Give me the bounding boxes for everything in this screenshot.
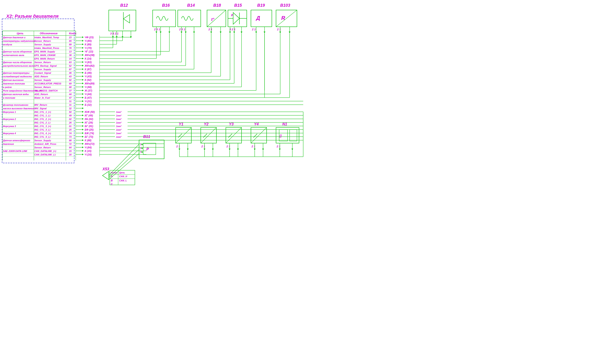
- svg-text:EPS_MAIN_Return: EPS_MAIN_Return: [34, 57, 55, 60]
- svg-text:Дозатор топливного: Дозатор топливного: [3, 104, 28, 106]
- svg-marker-153: [82, 54, 84, 56]
- svg-text:К  (92): К (92): [85, 78, 91, 81]
- svg-text:Y1: Y1: [179, 122, 183, 126]
- svg-text:B16: B16: [162, 3, 170, 8]
- svg-text:БГ (01): БГ (01): [85, 125, 93, 128]
- diagram-container: X2: Разъем двигателя Цепь Обозначение Ко…: [0, 0, 597, 364]
- svg-text:23: 23: [69, 36, 71, 39]
- svg-marker-260: [169, 31, 170, 33]
- svg-text:B103: B103: [280, 3, 290, 8]
- svg-text:ЮЖ (50): ЮЖ (50): [85, 110, 95, 114]
- svg-text:Sensor_Supply: Sensor_Supply: [34, 43, 51, 46]
- svg-text:КГ (26): КГ (26): [85, 121, 93, 124]
- svg-text:Б  (46): Б (46): [85, 71, 92, 74]
- svg-marker-162: [82, 65, 84, 66]
- svg-text:температуры надувочного: температуры надувочного: [3, 40, 35, 42]
- svg-marker-171: [82, 75, 84, 77]
- svg-text:87: 87: [69, 68, 72, 71]
- svg-text:65: 65: [69, 40, 72, 42]
- svg-text:1мм²: 1мм²: [116, 132, 121, 135]
- svg-text:ЖКч(38): ЖКч(38): [85, 54, 94, 57]
- svg-text:ЖКч(69): ЖКч(69): [85, 82, 94, 85]
- svg-text:1мм²: 1мм²: [116, 125, 121, 127]
- svg-text:в топливе: в топливе: [3, 97, 15, 99]
- svg-rect-2: [2, 31, 76, 36]
- svg-marker-437: [254, 148, 256, 150]
- svg-rect-239: [109, 10, 136, 31]
- svg-text:37: 37: [69, 89, 72, 92]
- svg-marker-299: [255, 31, 257, 33]
- svg-text:43: 43: [69, 75, 71, 78]
- svg-text:1мм²: 1мм²: [116, 111, 121, 113]
- svg-text:47: 47: [69, 97, 72, 99]
- svg-marker-278: [220, 31, 221, 33]
- svg-text:69: 69: [69, 82, 72, 85]
- svg-text:CAN_DATALINK_(-): CAN_DATALINK_(-): [34, 153, 56, 156]
- svg-text:Форсунка 1: Форсунка 1: [3, 111, 16, 113]
- svg-text:3  2  1: 3 2 1: [229, 28, 236, 31]
- svg-line-400: [109, 144, 139, 176]
- svg-text:Sensor_Supply: Sensor_Supply: [34, 68, 51, 71]
- svg-marker-291: [233, 31, 235, 33]
- svg-marker-200: [82, 111, 84, 113]
- svg-text:EPS_MAIN_CRANK: EPS_MAIN_CRANK: [34, 54, 56, 56]
- svg-text:B19: B19: [257, 3, 265, 8]
- svg-text:БЖ (74): БЖ (74): [85, 132, 94, 135]
- svg-line-432: [251, 127, 267, 143]
- svg-text:P: P: [146, 147, 149, 151]
- svg-marker-177: [82, 83, 84, 84]
- svg-text:B11: B11: [143, 135, 150, 139]
- svg-text:Y3: Y3: [229, 122, 234, 126]
- svg-text:X2:  Разъем двигателя: X2: Разъем двигателя: [6, 14, 59, 19]
- svg-text:46: 46: [69, 72, 72, 74]
- svg-text:X53: X53: [102, 167, 109, 171]
- svg-line-423: [226, 127, 242, 143]
- svg-text:88: 88: [69, 139, 72, 142]
- svg-text:ING_CYL_4_(+): ING_CYL_4_(+): [34, 132, 51, 135]
- svg-text:B18: B18: [213, 3, 221, 8]
- svg-marker-186: [82, 93, 84, 95]
- svg-text:Ч  (64): Ч (64): [85, 146, 92, 149]
- svg-text:Ч  (44): Ч (44): [85, 93, 92, 96]
- svg-text:B15: B15: [234, 3, 242, 8]
- svg-text:насоса высокого давления: насоса высокого давления: [3, 107, 34, 110]
- svg-marker-429: [237, 148, 239, 150]
- svg-text:Ч  (31): Ч (31): [85, 100, 92, 103]
- svg-text:N1: N1: [282, 122, 287, 126]
- svg-text:К  (14): К (14): [85, 57, 91, 60]
- svg-text:Ч  (70): Ч (70): [85, 46, 92, 49]
- svg-text:ЖКч(72): ЖКч(72): [85, 142, 94, 146]
- svg-text:Цепь: Цепь: [17, 32, 24, 35]
- svg-text:ING_CYL_1_(+): ING_CYL_1_(+): [34, 111, 51, 113]
- svg-text:ING_CYL_2_(-): ING_CYL_2_(-): [34, 121, 50, 124]
- svg-marker-180: [82, 86, 84, 88]
- svg-text:62: 62: [69, 65, 71, 67]
- svg-marker-268: [185, 31, 187, 33]
- svg-text:89: 89: [69, 43, 72, 46]
- svg-line-424: [228, 134, 232, 138]
- svg-text:CAN_L: CAN_L: [119, 179, 127, 182]
- svg-rect-378: [139, 140, 164, 159]
- svg-marker-292: [241, 31, 242, 33]
- svg-text:B14: B14: [187, 3, 195, 8]
- svg-marker-411: [187, 148, 189, 150]
- svg-rect-253: [153, 10, 176, 27]
- svg-text:SAE J1939 DATA LINK: SAE J1939 DATA LINK: [3, 150, 28, 152]
- svg-marker-227: [82, 143, 84, 145]
- main-svg: X2: Разъем двигателя Цепь Обозначение Ко…: [0, 0, 597, 364]
- svg-text:1мм²: 1мм²: [116, 136, 121, 138]
- svg-text:К  (89): К (89): [85, 43, 91, 46]
- svg-text:Форсунка 3: Форсунка 3: [3, 125, 16, 127]
- svg-text:коленчатого вала: коленчатого вала: [3, 54, 24, 56]
- svg-text:К  (88): К (88): [85, 139, 91, 142]
- svg-text:Sensor_Return: Sensor_Return: [34, 61, 51, 63]
- svg-text:70: 70: [69, 47, 72, 49]
- svg-text:2  3     1: 2 3 1: [179, 28, 185, 31]
- svg-text:Sensor_Return: Sensor_Return: [34, 40, 51, 42]
- svg-marker-168: [82, 72, 84, 74]
- svg-marker-300: [264, 31, 265, 33]
- svg-text:Sensor_Supply: Sensor_Supply: [34, 139, 51, 142]
- svg-text:26: 26: [69, 121, 72, 124]
- svg-marker-195: [82, 104, 84, 106]
- svg-text:IMV_Signal: IMV_Signal: [34, 107, 47, 110]
